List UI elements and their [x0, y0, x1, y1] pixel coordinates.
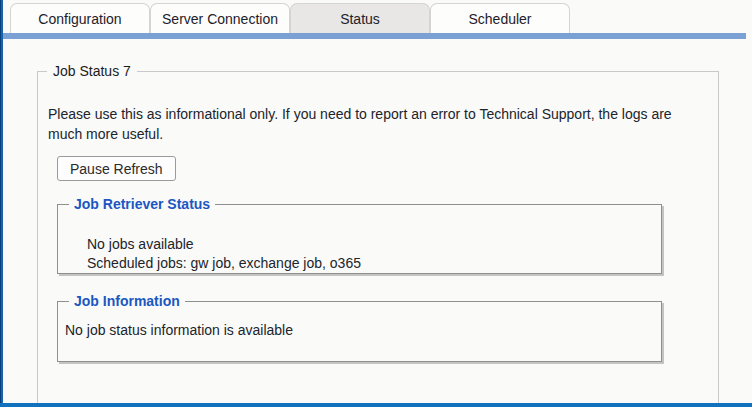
tab-status[interactable]: Status: [290, 3, 430, 33]
tab-scheduler[interactable]: Scheduler: [430, 3, 570, 33]
app-window: Configuration Server Connection Status S…: [0, 0, 752, 407]
tab-bar: Configuration Server Connection Status S…: [10, 3, 570, 33]
job-status-group-title: Job Status 7: [47, 63, 137, 80]
job-status-group: Job Status 7 Please use this as informat…: [37, 71, 719, 403]
info-text: Please use this as informational only. I…: [48, 104, 708, 144]
job-retriever-group: Job Retriever Status No jobs available S…: [57, 204, 662, 274]
job-retriever-body: No jobs available Scheduled jobs: gw job…: [87, 235, 661, 273]
job-information-line: No job status information is available: [65, 321, 661, 340]
window-left-border: [0, 0, 3, 407]
job-information-group: Job Information No job status informatio…: [57, 301, 662, 362]
job-retriever-group-title: Job Retriever Status: [69, 196, 215, 213]
job-information-group-title: Job Information: [69, 293, 185, 310]
job-information-body: No job status information is available: [65, 321, 661, 340]
tab-configuration[interactable]: Configuration: [10, 3, 150, 33]
tab-server-connection[interactable]: Server Connection: [150, 3, 290, 33]
job-retriever-status-line: No jobs available: [87, 235, 661, 254]
tab-underline: [3, 33, 746, 39]
window-bottom-border: [0, 403, 752, 407]
job-retriever-scheduled-line: Scheduled jobs: gw job, exchange job, o3…: [87, 254, 661, 273]
pause-refresh-button[interactable]: Pause Refresh: [57, 156, 176, 181]
